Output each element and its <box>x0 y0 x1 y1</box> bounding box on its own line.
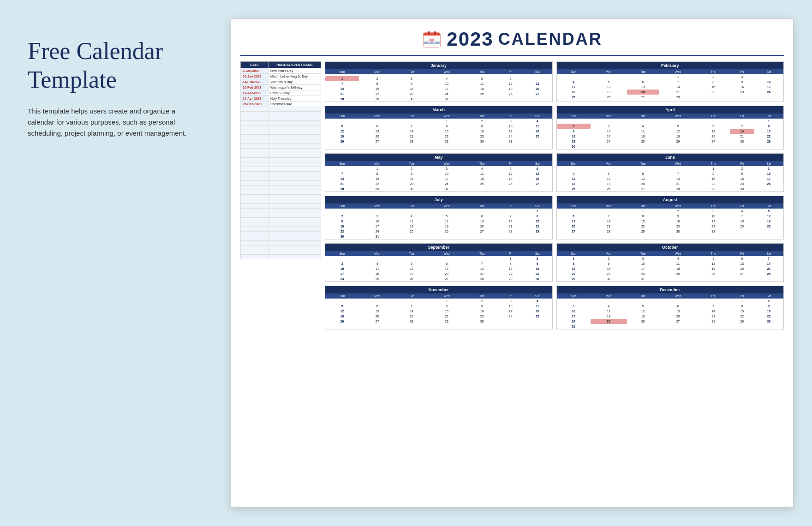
weekday-header: Tue <box>627 69 659 74</box>
day-cell: 19 <box>325 314 359 319</box>
day-cell: 8 <box>627 214 659 219</box>
day-cell <box>591 119 627 124</box>
day-cell: 16 <box>591 266 627 271</box>
day-cell: 15 <box>754 129 783 134</box>
day-cell <box>359 119 395 124</box>
weekday-header: Mon <box>591 293 627 299</box>
day-cell <box>523 186 552 191</box>
day-cell <box>359 256 395 261</box>
month-table: SunMonTueWedThuFriSat1234567891011121314… <box>557 114 784 149</box>
day-cell: 6 <box>697 124 730 129</box>
day-cell: 16 <box>730 84 754 90</box>
weekday-header: Sat <box>754 251 783 256</box>
day-cell: 1 <box>428 299 466 304</box>
col-event-header: HOLIDAY/EVENT NAME <box>269 62 321 68</box>
day-cell: 29 <box>428 319 466 324</box>
day-cell: 4 <box>466 166 498 171</box>
day-cell: 28 <box>325 96 359 102</box>
day-cell: 6 <box>627 171 659 176</box>
day-cell: 13 <box>359 129 395 134</box>
day-cell: 5 <box>325 124 359 129</box>
day-cell <box>428 209 466 214</box>
day-cell: 27 <box>523 91 552 96</box>
day-cell: 12 <box>591 84 627 90</box>
day-cell: 12 <box>591 176 627 181</box>
weekday-header: Fri <box>498 203 523 209</box>
day-cell: 3 <box>730 74 754 79</box>
day-cell <box>659 144 697 149</box>
day-cell: 26 <box>627 319 659 324</box>
day-cell: 8 <box>428 124 466 129</box>
weekday-header: Thu <box>466 203 498 209</box>
day-cell: 13 <box>523 81 552 86</box>
day-cell: 14 <box>659 176 697 181</box>
weekday-header: Sat <box>523 69 552 74</box>
day-cell: 18 <box>730 219 754 224</box>
weekday-header: Fri <box>498 161 523 166</box>
month-header: August <box>557 196 784 203</box>
empty-row <box>241 149 321 153</box>
day-cell: 16 <box>395 86 428 91</box>
day-cell: 5 <box>498 166 523 171</box>
day-cell: 28 <box>659 95 697 100</box>
day-cell: 7 <box>697 304 730 309</box>
day-cell: 15 <box>428 129 466 134</box>
day-cell: 14 <box>730 129 754 134</box>
day-cell: 28 <box>325 186 359 191</box>
day-cell: 15 <box>498 266 523 271</box>
month-header: October <box>557 244 784 251</box>
day-cell: 17 <box>754 176 783 181</box>
weekday-header: Wed <box>428 203 466 209</box>
day-cell: 7 <box>659 171 697 176</box>
weekday-header: Thu <box>466 293 498 299</box>
weekday-header: Sat <box>754 161 783 166</box>
day-cell: 14 <box>498 219 523 224</box>
day-cell: 11 <box>557 84 591 90</box>
day-cell: 9 <box>730 79 754 84</box>
day-cell: 17 <box>754 84 783 90</box>
empty-row <box>241 112 321 116</box>
day-cell: 5 <box>466 76 498 81</box>
day-cell: 15 <box>359 86 395 91</box>
day-cell: 13 <box>359 309 395 314</box>
event-date: 2-Jan-2023 <box>241 68 269 74</box>
day-cell: 9 <box>466 304 498 309</box>
day-cell: 13 <box>627 84 659 90</box>
day-cell <box>730 95 754 100</box>
day-cell: 18 <box>395 224 428 229</box>
day-cell: 24 <box>557 319 591 324</box>
weekday-header: Sat <box>754 293 783 299</box>
day-cell: 8 <box>697 171 730 176</box>
weekday-header: Sun <box>325 114 359 119</box>
day-cell: 2 <box>523 256 552 261</box>
day-cell: 24 <box>498 134 523 139</box>
day-cell: 24 <box>498 314 523 319</box>
empty-row <box>241 222 321 227</box>
day-cell: 3 <box>428 166 466 171</box>
day-cell: 27 <box>697 139 730 144</box>
empty-row <box>241 126 321 130</box>
day-cell: 13 <box>627 176 659 181</box>
day-cell: 29 <box>359 96 395 102</box>
day-cell: 4 <box>523 299 552 304</box>
day-cell: 3 <box>395 76 428 81</box>
weekday-header: Mon <box>591 161 627 166</box>
weekday-header: Tue <box>627 114 659 119</box>
day-cell: 15 <box>730 309 754 314</box>
weekday-header: Sun <box>557 251 591 256</box>
day-cell: 8 <box>359 171 395 176</box>
weekday-header: Sun <box>557 161 591 166</box>
day-cell: 19 <box>591 90 627 95</box>
day-cell: 7 <box>325 81 359 86</box>
day-cell: 20 <box>428 271 466 276</box>
weekday-header: Sat <box>523 293 552 299</box>
day-cell: 6 <box>359 304 395 309</box>
svg-rect-11 <box>424 42 429 44</box>
empty-row <box>241 130 321 135</box>
day-cell: 14 <box>659 84 697 90</box>
weekday-header: Fri <box>730 251 754 256</box>
day-cell <box>498 186 523 191</box>
month-table: SunMonTueWedThuFriSat1234567891011121314… <box>557 161 784 191</box>
month-block: AprilSunMonTueWedThuFriSat12345678910111… <box>556 106 784 149</box>
day-cell: 4 <box>627 124 659 129</box>
